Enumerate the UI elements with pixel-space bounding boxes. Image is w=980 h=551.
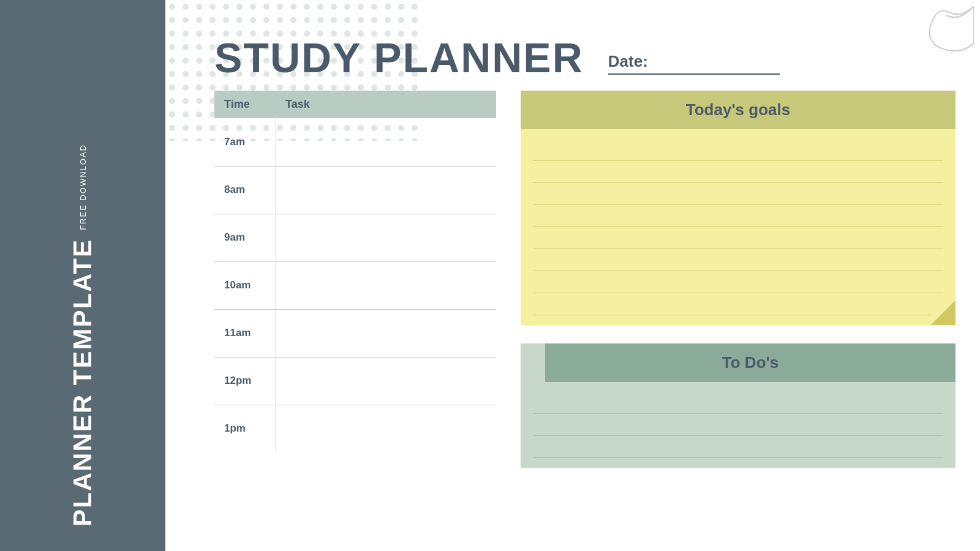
todos-note: To Do's [521,343,956,468]
schedule-table: Time Task 7am8am9am10am11am12pm1pm [214,91,496,452]
todos-line [533,392,943,414]
task-cell[interactable] [276,357,496,405]
goals-line [533,227,943,249]
todos-line [533,436,943,458]
sidebar-planner-template-label: PLANNER TEMPLATE [70,239,96,527]
goals-header: Today's goals [521,91,956,129]
table-row: 7am [214,118,496,166]
goals-note: Today's goals [521,91,956,325]
schedule-body: 7am8am9am10am11am12pm1pm [214,118,496,452]
time-cell: 7am [214,118,276,166]
date-label: Date: [608,52,780,75]
task-cell[interactable] [276,309,496,357]
content-area: Time Task 7am8am9am10am11am12pm1pm Today… [165,91,980,468]
todos-lines [521,382,956,468]
task-cell[interactable] [276,261,496,309]
time-cell: 10am [214,261,276,309]
goals-line [533,205,943,227]
goals-line [533,139,943,161]
goals-title: Today's goals [686,100,790,119]
date-area: Date: [608,52,780,78]
goals-line [533,293,943,315]
goals-line [533,183,943,205]
todos-section: To Do's [521,343,956,468]
page-title: STUDY PLANNER [214,37,584,78]
header: STUDY PLANNER Date: [165,0,980,91]
goals-fold-decoration [931,301,956,325]
todos-line [533,414,943,436]
task-cell[interactable] [276,405,496,452]
sidebar: FREE DOWNLOAD PLANNER TEMPLATE [0,0,165,551]
time-cell: 8am [214,166,276,214]
time-cell: 11am [214,309,276,357]
main-content: STUDY PLANNER Date: Time Task 7am8am9am1… [165,0,980,551]
todos-header: To Do's [545,343,956,382]
table-row: 11am [214,309,496,357]
table-row: 12pm [214,357,496,405]
todos-title: To Do's [722,353,778,372]
task-cell[interactable] [276,166,496,214]
task-cell[interactable] [276,214,496,261]
table-row: 9am [214,214,496,261]
table-row: 8am [214,166,496,214]
task-cell[interactable] [276,118,496,166]
schedule-section: Time Task 7am8am9am10am11am12pm1pm [214,91,496,468]
right-panel: Today's goals [521,91,956,468]
time-cell: 1pm [214,405,276,452]
table-header-row: Time Task [214,91,496,118]
goals-line [533,271,943,293]
table-row: 1pm [214,405,496,452]
time-column-header: Time [214,91,276,118]
goals-section: Today's goals [521,91,956,325]
time-cell: 12pm [214,357,276,405]
goals-line [533,161,943,183]
time-cell: 9am [214,214,276,261]
goals-lines [521,129,956,325]
goals-line [533,249,943,271]
task-column-header: Task [276,91,496,118]
table-row: 10am [214,261,496,309]
sidebar-free-download-label: FREE DOWNLOAD [78,144,88,230]
